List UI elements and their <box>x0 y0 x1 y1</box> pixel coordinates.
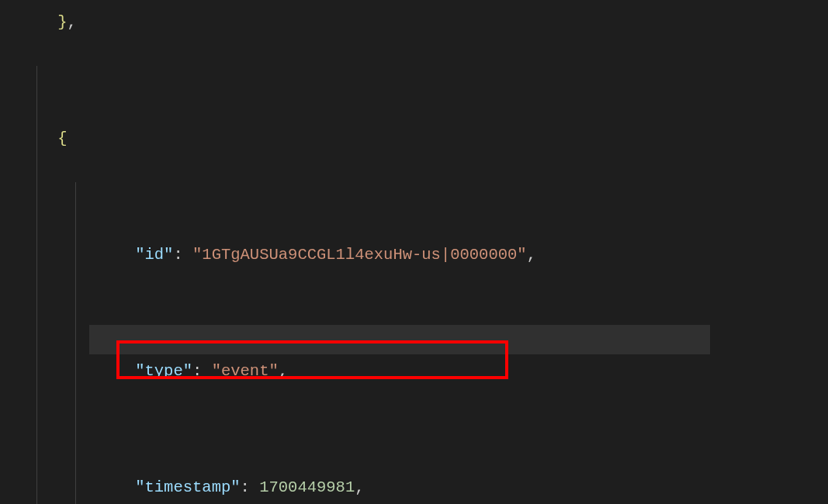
code-editor[interactable]: }, { "id": "1GTgAUSUa9CCGL1l4exuHw-us|00… <box>0 0 828 482</box>
code-line: "id": "1GTgAUSUa9CCGL1l4exuHw-us|0000000… <box>0 182 828 299</box>
code-line: { <box>0 66 828 182</box>
code-line: }, <box>0 0 828 66</box>
code-line: "timestamp": 1700449981, <box>0 415 828 505</box>
code-line: "type": "event", <box>0 299 828 415</box>
